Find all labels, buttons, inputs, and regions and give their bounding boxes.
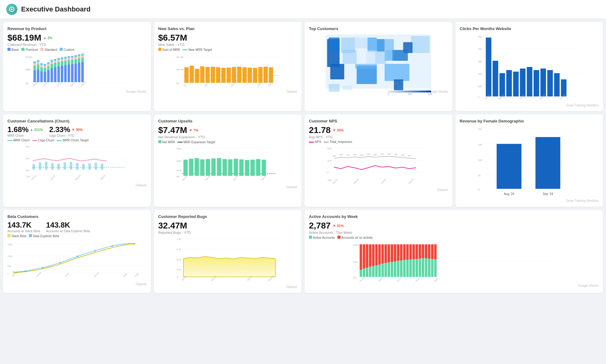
svg-rect-63 [81, 62, 84, 82]
svg-rect-17 [40, 65, 43, 67]
card-customer-upsells: Customer Upsells $7.47M ▼ 7% Net Revenue… [154, 114, 302, 207]
svg-rect-90 [242, 67, 246, 83]
svg-rect-10 [34, 61, 36, 63]
svg-text:$0: $0 [176, 82, 179, 85]
metric-sub: Net Revenue Expansion - YTD [158, 135, 297, 139]
bar-chart: $10M $5M $0 [7, 53, 147, 89]
svg-text:100: 100 [408, 155, 411, 157]
chart-legend: Active Accounts Accounts w/ no activity [309, 236, 599, 239]
svg-rect-117 [330, 64, 344, 79]
svg-rect-50 [68, 56, 70, 58]
source-label: Dataset [7, 184, 147, 187]
svg-text:Oct'23: Oct'23 [332, 179, 338, 184]
svg-rect-341 [434, 259, 437, 277]
svg-rect-203 [250, 160, 255, 176]
svg-rect-175 [95, 163, 97, 170]
svg-rect-106 [368, 38, 377, 51]
svg-rect-18 [40, 63, 43, 65]
svg-rect-88 [232, 67, 236, 83]
page-title: Executive Dashboard [21, 5, 91, 13]
svg-rect-11 [37, 69, 39, 82]
svg-rect-325 [409, 260, 412, 277]
svg-text:100%: 100% [353, 244, 359, 246]
svg-rect-114 [366, 50, 377, 64]
svg-text:2%: 2% [26, 157, 29, 160]
svg-rect-19 [44, 72, 46, 82]
svg-text:$0: $0 [176, 175, 179, 178]
metric-2-value: 2.33% [49, 125, 70, 134]
svg-rect-307 [382, 264, 384, 277]
svg-text:10k: 10k [478, 159, 482, 162]
metric-badge: ▼ 31% [332, 224, 344, 228]
chart-legend: NPS Total_responses [309, 140, 448, 144]
svg-text:Feb'24: Feb'24 [204, 175, 210, 181]
metric-value: $6.57M [158, 33, 297, 43]
svg-point-259 [59, 262, 61, 264]
svg-rect-302 [372, 244, 375, 266]
svg-rect-60 [78, 58, 80, 63]
svg-rect-244 [496, 144, 521, 189]
card-beta-customers: Beta Customers 143.7K Accounts w/ Slack … [3, 210, 151, 293]
svg-rect-44 [64, 61, 67, 65]
svg-rect-91 [247, 68, 252, 83]
svg-rect-295 [363, 269, 365, 277]
card-top-customers: Top Customers [305, 22, 452, 111]
svg-rect-84 [210, 67, 215, 83]
metric-badge: ▲ 2% [43, 36, 52, 40]
svg-text:Feb'8: Feb'8 [65, 272, 70, 277]
svg-point-265 [129, 243, 131, 245]
metric-2: 143.8K Accounts w/ Data Explorer Beta [46, 221, 90, 233]
svg-text:0%: 0% [353, 276, 357, 279]
svg-rect-61 [78, 56, 80, 58]
svg-rect-327 [413, 259, 415, 277]
svg-rect-24 [47, 66, 50, 70]
svg-text:160: 160 [367, 153, 370, 155]
svg-rect-51 [71, 64, 74, 82]
svg-text:Aug'6: Aug'6 [123, 272, 128, 278]
source-label: Dataset [158, 185, 297, 189]
svg-text:Apr'18: Apr'18 [93, 272, 99, 277]
svg-rect-309 [385, 263, 387, 277]
svg-text:20k: 20k [478, 128, 482, 131]
svg-text:$1M: $1M [176, 169, 181, 172]
svg-rect-336 [425, 244, 427, 258]
metric-sub: New Sales - YTD [158, 43, 297, 47]
svg-rect-92 [253, 68, 257, 83]
svg-point-260 [77, 255, 79, 257]
svg-text:0.5k: 0.5k [176, 258, 181, 261]
svg-rect-141 [486, 38, 491, 96]
svg-rect-64 [81, 58, 84, 62]
svg-rect-81 [195, 69, 199, 83]
svg-text:$10M: $10M [26, 56, 32, 59]
metric-1-value: 143.7K [7, 221, 31, 229]
svg-text:-200: -200 [327, 179, 332, 182]
svg-rect-166 [39, 162, 41, 170]
svg-rect-151 [554, 73, 559, 96]
card-title: Top Customers [309, 26, 448, 31]
svg-rect-176 [101, 164, 103, 170]
svg-rect-85 [216, 67, 220, 83]
svg-point-261 [94, 250, 96, 252]
svg-rect-14 [37, 60, 39, 62]
svg-rect-94 [263, 67, 268, 83]
card-customer-churn: Customer Cancellations (Churn) 1.68% ▲ 2… [3, 114, 151, 207]
svg-text:200: 200 [327, 159, 332, 162]
svg-rect-334 [422, 244, 424, 258]
source-label: Google Sheets [309, 284, 599, 287]
svg-text:40k: 40k [478, 48, 482, 51]
svg-text:Aug '24: Aug '24 [504, 192, 514, 196]
svg-rect-57 [75, 57, 77, 59]
svg-rect-15 [40, 71, 43, 82]
svg-text:$3M: $3M [176, 147, 181, 150]
logo-icon [6, 4, 17, 15]
svg-rect-335 [425, 258, 427, 277]
card-title: Clicks Per Months Website [460, 26, 599, 31]
line-chart: 400 200 0 -200 304 244 152 216 180 160 [309, 145, 448, 187]
svg-rect-195 [206, 159, 210, 176]
svg-rect-105 [355, 38, 368, 48]
svg-rect-340 [431, 244, 434, 259]
svg-text:$5M: $5M [26, 68, 31, 71]
svg-rect-142 [492, 61, 498, 96]
svg-rect-108 [385, 39, 394, 50]
svg-rect-169 [57, 164, 60, 170]
